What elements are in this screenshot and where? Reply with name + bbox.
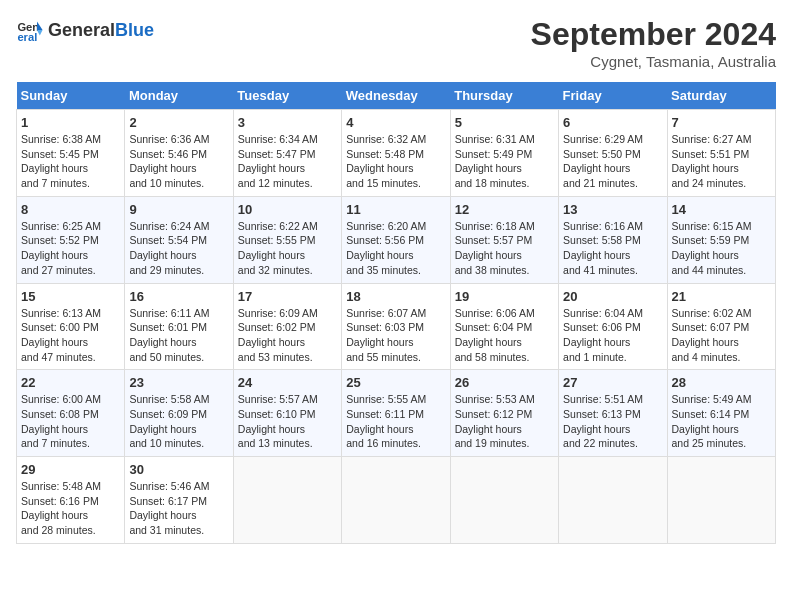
calendar-cell: 16Sunrise: 6:11 AMSunset: 6:01 PMDayligh… — [125, 283, 233, 370]
calendar-cell: 19Sunrise: 6:06 AMSunset: 6:04 PMDayligh… — [450, 283, 558, 370]
day-info: Sunrise: 6:18 AMSunset: 5:57 PMDaylight … — [455, 219, 554, 278]
calendar-cell: 9Sunrise: 6:24 AMSunset: 5:54 PMDaylight… — [125, 196, 233, 283]
day-number: 11 — [346, 202, 445, 217]
day-number: 27 — [563, 375, 662, 390]
day-number: 29 — [21, 462, 120, 477]
day-info: Sunrise: 6:15 AMSunset: 5:59 PMDaylight … — [672, 219, 771, 278]
day-info: Sunrise: 6:16 AMSunset: 5:58 PMDaylight … — [563, 219, 662, 278]
day-info: Sunrise: 6:31 AMSunset: 5:49 PMDaylight … — [455, 132, 554, 191]
day-number: 16 — [129, 289, 228, 304]
calendar-cell: 23Sunrise: 5:58 AMSunset: 6:09 PMDayligh… — [125, 370, 233, 457]
column-header-thursday: Thursday — [450, 82, 558, 110]
day-number: 9 — [129, 202, 228, 217]
day-info: Sunrise: 6:34 AMSunset: 5:47 PMDaylight … — [238, 132, 337, 191]
day-number: 19 — [455, 289, 554, 304]
day-number: 22 — [21, 375, 120, 390]
day-info: Sunrise: 6:29 AMSunset: 5:50 PMDaylight … — [563, 132, 662, 191]
logo-general: GeneralBlue — [48, 20, 154, 41]
day-number: 25 — [346, 375, 445, 390]
page-header: Gen eral GeneralBlue September 2024 Cygn… — [16, 16, 776, 70]
svg-marker-2 — [37, 22, 43, 30]
day-info: Sunrise: 5:51 AMSunset: 6:13 PMDaylight … — [563, 392, 662, 451]
calendar-header-row: SundayMondayTuesdayWednesdayThursdayFrid… — [17, 82, 776, 110]
day-number: 12 — [455, 202, 554, 217]
day-number: 17 — [238, 289, 337, 304]
day-info: Sunrise: 5:58 AMSunset: 6:09 PMDaylight … — [129, 392, 228, 451]
day-number: 6 — [563, 115, 662, 130]
month-year: September 2024 — [531, 16, 776, 53]
day-info: Sunrise: 5:49 AMSunset: 6:14 PMDaylight … — [672, 392, 771, 451]
calendar-cell: 27Sunrise: 5:51 AMSunset: 6:13 PMDayligh… — [559, 370, 667, 457]
day-info: Sunrise: 6:32 AMSunset: 5:48 PMDaylight … — [346, 132, 445, 191]
calendar-cell: 8Sunrise: 6:25 AMSunset: 5:52 PMDaylight… — [17, 196, 125, 283]
day-info: Sunrise: 6:11 AMSunset: 6:01 PMDaylight … — [129, 306, 228, 365]
calendar-cell: 6Sunrise: 6:29 AMSunset: 5:50 PMDaylight… — [559, 110, 667, 197]
calendar-table: SundayMondayTuesdayWednesdayThursdayFrid… — [16, 82, 776, 544]
calendar-week-1: 1Sunrise: 6:38 AMSunset: 5:45 PMDaylight… — [17, 110, 776, 197]
calendar-cell: 12Sunrise: 6:18 AMSunset: 5:57 PMDayligh… — [450, 196, 558, 283]
day-number: 13 — [563, 202, 662, 217]
calendar-week-5: 29Sunrise: 5:48 AMSunset: 6:16 PMDayligh… — [17, 457, 776, 544]
day-number: 14 — [672, 202, 771, 217]
column-header-sunday: Sunday — [17, 82, 125, 110]
calendar-cell: 1Sunrise: 6:38 AMSunset: 5:45 PMDaylight… — [17, 110, 125, 197]
day-number: 24 — [238, 375, 337, 390]
calendar-cell: 17Sunrise: 6:09 AMSunset: 6:02 PMDayligh… — [233, 283, 341, 370]
day-info: Sunrise: 6:09 AMSunset: 6:02 PMDaylight … — [238, 306, 337, 365]
calendar-cell: 30Sunrise: 5:46 AMSunset: 6:17 PMDayligh… — [125, 457, 233, 544]
day-number: 23 — [129, 375, 228, 390]
day-info: Sunrise: 6:00 AMSunset: 6:08 PMDaylight … — [21, 392, 120, 451]
day-number: 3 — [238, 115, 337, 130]
column-header-monday: Monday — [125, 82, 233, 110]
day-info: Sunrise: 5:46 AMSunset: 6:17 PMDaylight … — [129, 479, 228, 538]
day-info: Sunrise: 6:02 AMSunset: 6:07 PMDaylight … — [672, 306, 771, 365]
day-number: 5 — [455, 115, 554, 130]
day-info: Sunrise: 6:27 AMSunset: 5:51 PMDaylight … — [672, 132, 771, 191]
day-number: 18 — [346, 289, 445, 304]
calendar-cell — [450, 457, 558, 544]
column-header-saturday: Saturday — [667, 82, 775, 110]
calendar-cell: 28Sunrise: 5:49 AMSunset: 6:14 PMDayligh… — [667, 370, 775, 457]
column-header-wednesday: Wednesday — [342, 82, 450, 110]
day-number: 28 — [672, 375, 771, 390]
day-info: Sunrise: 6:24 AMSunset: 5:54 PMDaylight … — [129, 219, 228, 278]
calendar-cell: 20Sunrise: 6:04 AMSunset: 6:06 PMDayligh… — [559, 283, 667, 370]
calendar-cell: 7Sunrise: 6:27 AMSunset: 5:51 PMDaylight… — [667, 110, 775, 197]
calendar-cell: 14Sunrise: 6:15 AMSunset: 5:59 PMDayligh… — [667, 196, 775, 283]
calendar-cell: 29Sunrise: 5:48 AMSunset: 6:16 PMDayligh… — [17, 457, 125, 544]
calendar-cell: 22Sunrise: 6:00 AMSunset: 6:08 PMDayligh… — [17, 370, 125, 457]
day-number: 7 — [672, 115, 771, 130]
day-info: Sunrise: 6:22 AMSunset: 5:55 PMDaylight … — [238, 219, 337, 278]
day-info: Sunrise: 5:55 AMSunset: 6:11 PMDaylight … — [346, 392, 445, 451]
day-number: 20 — [563, 289, 662, 304]
calendar-cell — [667, 457, 775, 544]
day-number: 30 — [129, 462, 228, 477]
logo: Gen eral GeneralBlue — [16, 16, 154, 44]
logo-icon: Gen eral — [16, 16, 44, 44]
day-info: Sunrise: 6:13 AMSunset: 6:00 PMDaylight … — [21, 306, 120, 365]
calendar-cell — [559, 457, 667, 544]
day-number: 2 — [129, 115, 228, 130]
calendar-cell: 13Sunrise: 6:16 AMSunset: 5:58 PMDayligh… — [559, 196, 667, 283]
calendar-cell: 2Sunrise: 6:36 AMSunset: 5:46 PMDaylight… — [125, 110, 233, 197]
day-number: 1 — [21, 115, 120, 130]
column-header-friday: Friday — [559, 82, 667, 110]
day-number: 10 — [238, 202, 337, 217]
day-info: Sunrise: 6:04 AMSunset: 6:06 PMDaylight … — [563, 306, 662, 365]
calendar-week-3: 15Sunrise: 6:13 AMSunset: 6:00 PMDayligh… — [17, 283, 776, 370]
day-info: Sunrise: 5:48 AMSunset: 6:16 PMDaylight … — [21, 479, 120, 538]
calendar-cell: 3Sunrise: 6:34 AMSunset: 5:47 PMDaylight… — [233, 110, 341, 197]
day-info: Sunrise: 6:36 AMSunset: 5:46 PMDaylight … — [129, 132, 228, 191]
column-header-tuesday: Tuesday — [233, 82, 341, 110]
calendar-cell: 11Sunrise: 6:20 AMSunset: 5:56 PMDayligh… — [342, 196, 450, 283]
calendar-cell: 26Sunrise: 5:53 AMSunset: 6:12 PMDayligh… — [450, 370, 558, 457]
day-number: 8 — [21, 202, 120, 217]
calendar-cell: 24Sunrise: 5:57 AMSunset: 6:10 PMDayligh… — [233, 370, 341, 457]
calendar-cell: 4Sunrise: 6:32 AMSunset: 5:48 PMDaylight… — [342, 110, 450, 197]
calendar-week-4: 22Sunrise: 6:00 AMSunset: 6:08 PMDayligh… — [17, 370, 776, 457]
calendar-cell: 18Sunrise: 6:07 AMSunset: 6:03 PMDayligh… — [342, 283, 450, 370]
svg-text:eral: eral — [17, 31, 37, 43]
day-info: Sunrise: 5:57 AMSunset: 6:10 PMDaylight … — [238, 392, 337, 451]
day-info: Sunrise: 6:25 AMSunset: 5:52 PMDaylight … — [21, 219, 120, 278]
day-number: 21 — [672, 289, 771, 304]
